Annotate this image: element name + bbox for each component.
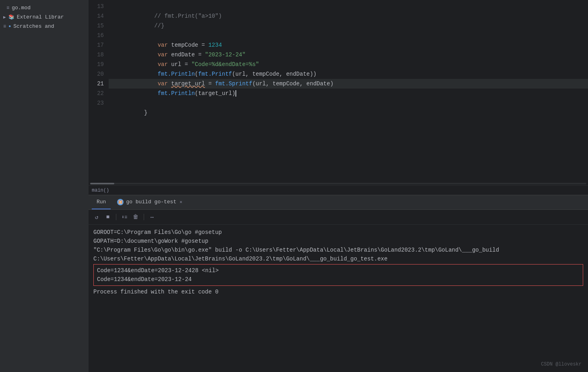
clear-button[interactable]: 🗑: [131, 212, 140, 222]
output-line-1: GOROOT=C:\Program Files\Go\go #gosetup: [93, 228, 583, 237]
sidebar-item-scratches[interactable]: ≡ ● Scratches and: [0, 22, 89, 31]
sidebar-item-gomod[interactable]: ≡ go.mod: [0, 3, 89, 12]
line-num-16: 16: [89, 31, 104, 40]
stop-button[interactable]: ■: [103, 212, 113, 222]
watermark: CSDN @lloveskr: [541, 362, 582, 367]
sidebar-label-gomod: go.mod: [12, 5, 31, 11]
sidebar-label-external: External Librar: [17, 14, 64, 20]
scratches-badge: ●: [8, 24, 11, 29]
scrollbar-track: [90, 183, 586, 184]
editor-area: 13 14 15 16 17 18 19 20 21 22 23 // fmt.…: [89, 0, 588, 372]
output-highlight-block: Code=1234&endDate=2023-12-2428 <nil> Cod…: [93, 264, 583, 286]
gopher-icon: 🐹: [117, 199, 124, 205]
chevron-right-icon: ▶: [3, 14, 6, 20]
breadcrumb: main(): [92, 188, 109, 193]
sidebar-item-external-libraries[interactable]: ▶ 📚 External Librar: [0, 12, 89, 22]
code-line-16: var tempCode = 1234: [109, 31, 588, 40]
line-num-17: 17: [89, 40, 104, 50]
run-panel: Run 🐹 go build go-test ✕ ↺ ■ ⬇≡ 🗑 ⋯: [89, 195, 588, 372]
line-num-20: 20: [89, 69, 104, 79]
line-num-13: 13: [89, 2, 104, 11]
run-tabs: Run 🐹 go build go-test ✕: [89, 195, 588, 210]
output-line-3: "C:\Program Files\Go\go\bin\go.exe" buil…: [93, 246, 583, 254]
tab-run-label: Run: [97, 199, 106, 205]
output-line-7: Process finished with the exit code 0: [93, 287, 583, 296]
library-icon: 📚: [8, 14, 14, 20]
scroll-to-end-button[interactable]: ⬇≡: [120, 212, 129, 222]
code-line-15: [109, 21, 588, 31]
toolbar-separator-2: [144, 214, 144, 220]
tab-close-button[interactable]: ✕: [179, 199, 182, 205]
output-line-5: Code=1234&endDate=2023-12-2428 <nil>: [97, 266, 580, 275]
line-num-23: 23: [89, 98, 104, 108]
line-num-22: 22: [89, 89, 104, 98]
console-output: GOROOT=C:\Program Files\Go\go #gosetup G…: [89, 225, 588, 372]
line-numbers: 13 14 15 16 17 18 19 20 21 22 23: [89, 0, 109, 182]
scrollbar-thumb[interactable]: [90, 183, 114, 184]
line-num-21: 21: [89, 79, 104, 89]
rerun-button[interactable]: ↺: [92, 212, 101, 222]
line-num-15: 15: [89, 21, 104, 31]
tab-go-build-label: go build go-test: [126, 199, 176, 205]
run-toolbar: ↺ ■ ⬇≡ 🗑 ⋯: [89, 210, 588, 225]
code-line-23: }: [109, 98, 588, 108]
tab-go-build[interactable]: 🐹 go build go-test ✕: [112, 195, 187, 209]
output-line-4: C:\Users\Fetter\AppData\Local\JetBrains\…: [93, 254, 583, 263]
code-editor[interactable]: 13 14 15 16 17 18 19 20 21 22 23 // fmt.…: [89, 0, 588, 182]
breadcrumb-bar: main(): [89, 185, 588, 195]
line-num-18: 18: [89, 50, 104, 60]
watermark-text: CSDN @lloveskr: [541, 362, 582, 367]
file-icon: ≡: [6, 5, 9, 11]
line-num-19: 19: [89, 60, 104, 69]
line-num-14: 14: [89, 11, 104, 21]
scratches-icon: ≡: [3, 24, 6, 29]
tab-run[interactable]: Run: [92, 195, 111, 209]
sidebar-label-scratches: Scratches and: [13, 23, 54, 29]
horizontal-scrollbar[interactable]: [89, 182, 588, 185]
code-lines[interactable]: // fmt.Print("a>10") //} var tempCode = …: [109, 0, 588, 182]
output-line-6: Code=1234&endDate=2023-12-24: [97, 275, 580, 284]
output-line-2: GOPATH=D:\document\goWork #gosetup: [93, 237, 583, 246]
sidebar: ≡ go.mod ▶ 📚 External Librar ≡ ● Scratch…: [0, 0, 89, 372]
code-line-13: // fmt.Print("a>10"): [109, 2, 588, 11]
toolbar-separator-1: [116, 214, 116, 220]
more-options-button[interactable]: ⋯: [147, 212, 157, 222]
